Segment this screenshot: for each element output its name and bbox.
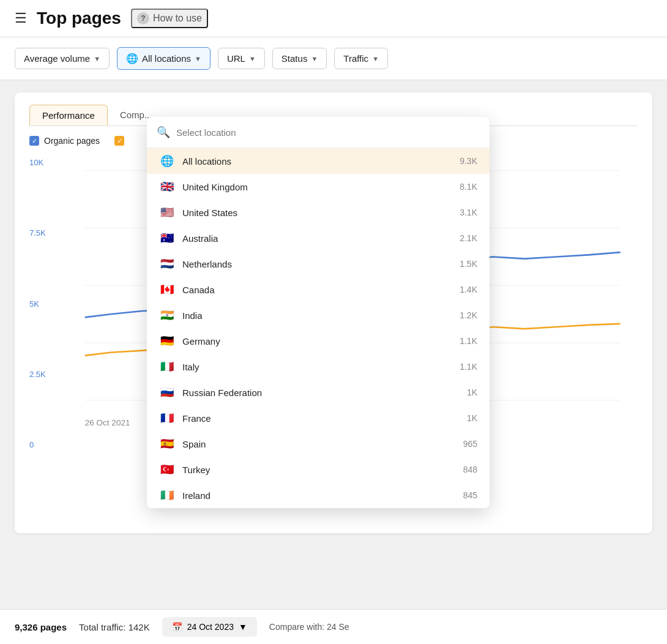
flag-icon-8: 🇮🇹: [159, 361, 175, 372]
organic-pages-label: Organic pages: [44, 136, 100, 146]
dropdown-item-netherlands[interactable]: 🇳🇱Netherlands1.5K: [147, 251, 490, 277]
country-name-0: All locations: [182, 156, 452, 167]
date-label: 24 Oct 2023: [187, 622, 234, 632]
legend-organic: ✓ Organic pages: [29, 136, 100, 146]
y-label-25k: 2.5K: [29, 370, 46, 379]
y-axis-labels: 10K 7.5K 5K 2.5K 0: [29, 158, 46, 464]
page-title: Top pages: [37, 9, 121, 28]
traffic-text: Total traffic: 142K: [79, 622, 150, 632]
checkbox-blue[interactable]: ✓: [29, 136, 39, 146]
how-to-use-button[interactable]: ? How to use: [131, 9, 208, 28]
avg-volume-button[interactable]: Average volume ▼: [15, 48, 110, 69]
country-count-1: 8.1K: [460, 182, 477, 192]
country-count-9: 1K: [467, 388, 477, 397]
date-button[interactable]: 📅 24 Oct 2023 ▼: [162, 617, 257, 637]
svg-text:26 Oct 2021: 26 Oct 2021: [85, 419, 130, 428]
dropdown-item-united-states[interactable]: 🇺🇸United States3.1K: [147, 200, 490, 225]
flag-icon-11: 🇪🇸: [159, 438, 175, 449]
chevron-down-icon-2: ▼: [195, 55, 201, 62]
country-count-10: 1K: [467, 413, 477, 423]
country-name-1: United Kingdom: [182, 182, 452, 192]
dropdown-item-turkey[interactable]: 🇹🇷Turkey848: [147, 457, 490, 482]
chevron-down-icon-4: ▼: [311, 55, 318, 62]
chevron-down-icon-3: ▼: [249, 55, 256, 62]
flag-icon-9: 🇷🇺: [159, 387, 175, 398]
y-label-0: 0: [29, 440, 46, 449]
flag-icon-0: 🌐: [159, 155, 175, 167]
country-name-11: Spain: [182, 439, 456, 449]
compare-text: Compare with: 24 Se: [269, 622, 349, 632]
y-label-5k: 5K: [29, 299, 46, 309]
calendar-icon: 📅: [172, 622, 182, 632]
dropdown-list: 🌐All locations9.3K🇬🇧United Kingdom8.1K🇺🇸…: [147, 148, 490, 508]
y-label-10k: 10K: [29, 158, 46, 167]
flag-icon-1: 🇬🇧: [159, 181, 175, 192]
y-label-75k: 7.5K: [29, 228, 46, 238]
dropdown-search-row: 🔍: [147, 117, 490, 148]
country-name-4: Netherlands: [182, 259, 452, 269]
flag-icon-10: 🇫🇷: [159, 413, 175, 424]
dropdown-item-united-kingdom[interactable]: 🇬🇧United Kingdom8.1K: [147, 174, 490, 200]
toolbar: Average volume ▼ 🌐 All locations ▼ URL ▼…: [0, 37, 667, 80]
country-name-3: Australia: [182, 233, 452, 244]
all-locations-label: All locations: [142, 53, 191, 64]
dropdown-item-australia[interactable]: 🇦🇺Australia2.1K: [147, 225, 490, 251]
country-count-2: 3.1K: [460, 208, 477, 217]
dropdown-item-spain[interactable]: 🇪🇸Spain965: [147, 431, 490, 457]
country-count-6: 1.2K: [460, 310, 477, 320]
country-count-11: 965: [463, 439, 477, 449]
country-name-9: Russian Federation: [182, 388, 460, 398]
legend-orange: ✓: [114, 136, 129, 146]
dropdown-item-india[interactable]: 🇮🇳India1.2K: [147, 302, 490, 328]
chevron-down-icon-5: ▼: [372, 55, 379, 62]
flag-icon-2: 🇺🇸: [159, 207, 175, 218]
pages-count: 9,326 pages: [15, 622, 67, 632]
chevron-down-icon-date: ▼: [239, 622, 247, 632]
country-count-13: 845: [463, 490, 477, 500]
dropdown-item-france[interactable]: 🇫🇷France1K: [147, 405, 490, 431]
country-name-10: France: [182, 413, 460, 424]
country-count-7: 1.1K: [460, 336, 477, 346]
all-locations-button[interactable]: 🌐 All locations ▼: [117, 47, 211, 70]
dropdown-item-all-locations[interactable]: 🌐All locations9.3K: [147, 148, 490, 174]
country-name-7: Germany: [182, 336, 452, 346]
dropdown-item-ireland[interactable]: 🇮🇪Ireland845: [147, 482, 490, 508]
question-icon: ?: [137, 12, 149, 24]
traffic-button[interactable]: Traffic ▼: [334, 48, 388, 69]
flag-icon-4: 🇳🇱: [159, 258, 175, 269]
dropdown-item-russian-federation[interactable]: 🇷🇺Russian Federation1K: [147, 380, 490, 405]
country-name-13: Ireland: [182, 490, 456, 501]
country-name-12: Turkey: [182, 465, 456, 475]
chevron-down-icon: ▼: [94, 55, 100, 62]
country-name-2: United States: [182, 208, 452, 218]
flag-icon-7: 🇩🇪: [159, 335, 175, 346]
page-header: ☰ Top pages ? How to use: [0, 0, 667, 37]
flag-icon-6: 🇮🇳: [159, 310, 175, 321]
country-count-3: 2.1K: [460, 233, 477, 243]
url-button[interactable]: URL ▼: [218, 48, 265, 69]
menu-icon[interactable]: ☰: [15, 10, 27, 26]
traffic-label: Traffic: [343, 53, 368, 64]
avg-volume-label: Average volume: [24, 53, 90, 64]
dropdown-item-germany[interactable]: 🇩🇪Germany1.1K: [147, 328, 490, 354]
status-bar: 9,326 pages Total traffic: 142K 📅 24 Oct…: [0, 609, 667, 644]
flag-icon-13: 🇮🇪: [159, 490, 175, 501]
country-count-0: 9.3K: [460, 156, 477, 166]
dropdown-item-italy[interactable]: 🇮🇹Italy1.1K: [147, 354, 490, 380]
location-dropdown[interactable]: 🔍 🌐All locations9.3K🇬🇧United Kingdom8.1K…: [147, 117, 490, 508]
tab-performance[interactable]: Performance: [29, 105, 108, 125]
country-name-6: India: [182, 310, 452, 321]
country-count-5: 1.4K: [460, 285, 477, 294]
status-label: Status: [281, 53, 308, 64]
search-icon: 🔍: [157, 125, 170, 139]
location-search-input[interactable]: [176, 127, 480, 138]
url-label: URL: [227, 53, 245, 64]
status-button[interactable]: Status ▼: [272, 48, 327, 69]
dropdown-item-canada[interactable]: 🇨🇦Canada1.4K: [147, 277, 490, 302]
country-name-8: Italy: [182, 362, 452, 372]
flag-icon-5: 🇨🇦: [159, 284, 175, 295]
flag-icon-3: 🇦🇺: [159, 233, 175, 244]
country-count-12: 848: [463, 465, 477, 474]
checkbox-orange[interactable]: ✓: [114, 136, 124, 146]
main-content: Performance Comp... ✓ Organic pages ✓ 10…: [0, 80, 667, 545]
